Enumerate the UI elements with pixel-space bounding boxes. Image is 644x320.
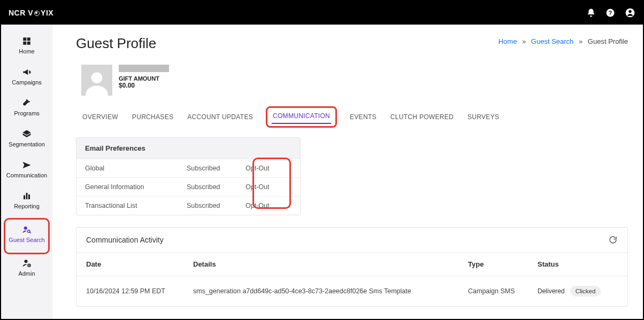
sidebar-item-admin[interactable]: Admin <box>5 254 48 282</box>
sidebar-item-guest-search[interactable]: Guest Search <box>5 221 48 248</box>
account-icon[interactable] <box>625 7 635 18</box>
communication-activity-card: Communication Activity Date Details Type… <box>76 227 628 307</box>
svg-rect-7 <box>27 42 30 45</box>
svg-point-3 <box>628 10 631 13</box>
tabs: OVERVIEW PURCHASES ACCOUNT UPDATES COMMU… <box>81 106 628 128</box>
gift-amount-label: GIFT AMOUNT <box>119 75 169 82</box>
tab-clutch-powered[interactable]: CLUTCH POWERED <box>389 108 455 126</box>
svg-point-16 <box>91 72 103 83</box>
svg-rect-9 <box>26 193 28 199</box>
pref-name: Transactional List <box>85 202 187 209</box>
tab-account-updates[interactable]: ACCOUNT UPDATES <box>186 108 254 126</box>
pref-status: Subscribed <box>187 202 246 209</box>
avatar <box>81 65 112 96</box>
topbar: NCR VYIX ? <box>1 1 643 25</box>
breadcrumb-guest-search[interactable]: Guest Search <box>531 37 574 45</box>
activity-header-row: Date Details Type Status <box>76 253 627 276</box>
svg-line-13 <box>30 232 31 233</box>
sidebar-item-label: Communication <box>6 172 47 178</box>
pref-status: Subscribed <box>187 183 246 191</box>
sidebar-item-label: Segmentation <box>9 141 45 147</box>
pref-status: Subscribed <box>187 165 246 172</box>
svg-rect-5 <box>27 37 30 41</box>
sidebar-item-segmentation[interactable]: Segmentation <box>5 125 48 153</box>
svg-rect-10 <box>28 194 30 199</box>
svg-point-12 <box>28 230 30 233</box>
tab-purchases[interactable]: PURCHASES <box>131 108 174 126</box>
activity-type: Campaign SMS <box>468 287 538 295</box>
bell-icon[interactable] <box>586 8 596 18</box>
activity-status-pill: Clicked <box>570 286 601 296</box>
sidebar-item-campaigns[interactable]: Campaigns <box>5 63 48 91</box>
breadcrumb-home[interactable]: Home <box>499 37 517 45</box>
activity-status-text: Delivered <box>538 287 565 295</box>
refresh-icon[interactable] <box>608 235 618 245</box>
redacted-name <box>119 65 169 72</box>
svg-rect-6 <box>23 42 26 45</box>
col-header-details: Details <box>193 260 468 268</box>
svg-rect-8 <box>24 196 25 200</box>
tab-communication[interactable]: COMMUNICATION <box>272 110 331 124</box>
profile-header: GIFT AMOUNT $0.00 <box>81 65 628 96</box>
pref-name: Global <box>85 165 187 172</box>
highlight-guest-search: Guest Search <box>4 218 50 254</box>
svg-text:?: ? <box>609 10 612 16</box>
sidebar-item-label: Reporting <box>14 203 40 209</box>
main-content: Home » Guest Search » Guest Profile Gues… <box>52 25 643 319</box>
sidebar-item-label: Guest Search <box>9 237 44 243</box>
svg-rect-4 <box>23 37 26 41</box>
pref-name: General Information <box>85 183 187 191</box>
breadcrumb: Home » Guest Search » Guest Profile <box>499 37 628 45</box>
sidebar-item-home[interactable]: Home <box>5 32 48 60</box>
highlight-communication-tab: COMMUNICATION <box>266 106 337 128</box>
activity-date: 10/16/2024 12:59 PM EDT <box>86 287 193 295</box>
tab-events[interactable]: EVENTS <box>349 108 378 126</box>
sidebar-item-label: Home <box>19 48 34 54</box>
activity-row: 10/16/2024 12:59 PM EDT sms_generation a… <box>76 276 627 306</box>
email-preferences-title: Email Preferences <box>76 138 300 159</box>
sidebar-item-label: Campaigns <box>12 79 42 85</box>
col-header-type: Type <box>468 260 538 268</box>
svg-point-11 <box>24 227 27 230</box>
gift-amount-value: $0.00 <box>119 82 169 89</box>
tab-surveys[interactable]: SURVEYS <box>466 108 500 126</box>
col-header-date: Date <box>86 260 193 268</box>
activity-details: sms_generation a7dd649c-ad50-4ce3-8c73-2… <box>193 287 468 295</box>
sidebar: Home Campaigns Programs Segmentation Com… <box>1 25 52 319</box>
sidebar-item-label: Programs <box>14 110 40 116</box>
col-header-status: Status <box>538 260 618 268</box>
logo-o-icon <box>34 11 40 16</box>
brand-logo: NCR VYIX <box>9 9 53 17</box>
breadcrumb-current: Guest Profile <box>588 37 628 45</box>
svg-point-14 <box>25 260 28 263</box>
activity-title: Communication Activity <box>86 236 164 244</box>
help-icon[interactable]: ? <box>605 8 615 18</box>
sidebar-item-communication[interactable]: Communication <box>5 156 48 184</box>
highlight-opt-out <box>252 158 291 209</box>
sidebar-item-label: Admin <box>18 270 35 277</box>
sidebar-item-reporting[interactable]: Reporting <box>5 187 48 215</box>
sidebar-item-programs[interactable]: Programs <box>5 94 48 122</box>
tab-overview[interactable]: OVERVIEW <box>81 108 119 126</box>
